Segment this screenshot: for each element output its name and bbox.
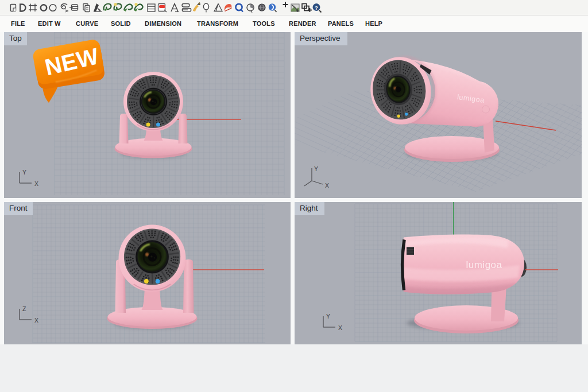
svg-text:?: ? bbox=[315, 5, 318, 11]
svg-text:Y: Y bbox=[22, 169, 26, 176]
svg-text:Y: Y bbox=[326, 313, 330, 320]
svg-text:lumigoa: lumigoa bbox=[466, 259, 502, 270]
svg-text:Z: Z bbox=[22, 306, 26, 312]
svg-text:X: X bbox=[325, 183, 329, 189]
svg-text:X: X bbox=[338, 325, 342, 331]
svg-text:X: X bbox=[34, 181, 38, 187]
svg-text:Y: Y bbox=[314, 166, 318, 172]
svg-text:X: X bbox=[34, 317, 38, 324]
